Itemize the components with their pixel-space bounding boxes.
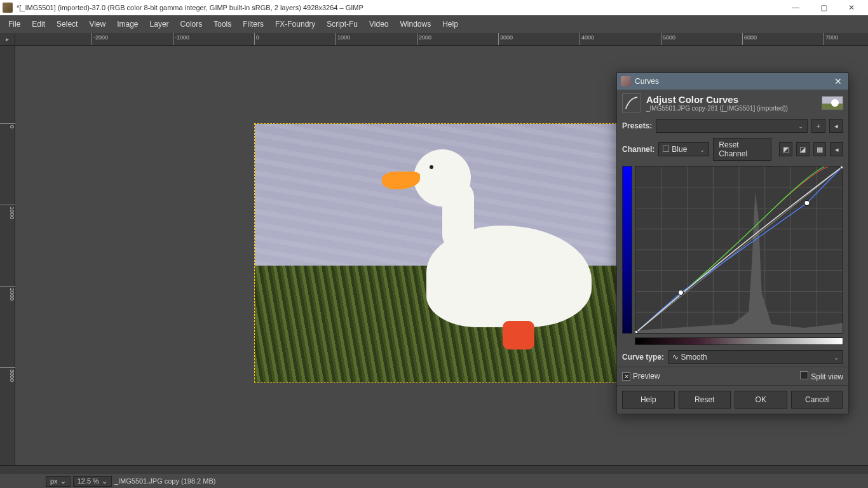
help-button[interactable]: Help	[622, 391, 675, 409]
menu-layer[interactable]: Layer	[144, 17, 175, 31]
menu-edit[interactable]: Edit	[26, 17, 51, 31]
dialog-heading: Adjust Color Curves	[646, 94, 817, 105]
ruler-h-tick: 6000	[742, 33, 757, 46]
menu-filters[interactable]: Filters	[237, 17, 269, 31]
preset-menu-button[interactable]: ◂	[829, 119, 843, 133]
dialog-title: Curves	[635, 77, 832, 86]
curve-type-row: Curve type: ∿ Smooth⌄	[617, 348, 848, 367]
menu-help[interactable]: Help	[437, 17, 464, 31]
curve-graph[interactable]	[635, 166, 843, 334]
ruler-h-tick: 7000	[824, 33, 838, 46]
ruler-v-tick: 0	[0, 123, 15, 128]
menu-select[interactable]: Select	[51, 17, 83, 31]
dialog-icon	[621, 76, 631, 86]
curve-graph-wrap	[617, 163, 848, 336]
unit-dropdown[interactable]: px⌄	[46, 476, 71, 487]
minimize-button[interactable]: —	[782, 0, 810, 15]
ruler-origin-button[interactable]: ▸	[0, 33, 15, 46]
dialog-close-button[interactable]: ✕	[832, 76, 844, 86]
zoom-value: 12.5 %	[78, 477, 99, 485]
preset-add-button[interactable]: +	[811, 119, 825, 133]
preview-label: Preview	[633, 372, 660, 381]
splitview-label: Split view	[811, 372, 843, 381]
presets-row: Presets: ⌄ + ◂	[617, 116, 848, 135]
ruler-h-tick: 1000	[336, 33, 350, 46]
ruler-h-tick: 4000	[580, 33, 594, 46]
curve-type-value: Smooth	[681, 353, 707, 362]
menu-fxfoundry[interactable]: FX-Foundry	[269, 17, 321, 31]
menu-image[interactable]: Image	[111, 17, 144, 31]
channel-row: Channel: Blue⌄ Reset Channel ◩ ◪ ▦ ◂	[617, 135, 848, 163]
dialog-button-row: Help Reset OK Cancel	[617, 385, 848, 414]
menu-video[interactable]: Video	[363, 17, 394, 31]
menu-tools[interactable]: Tools	[208, 17, 237, 31]
ruler-h-tick: -1000	[173, 33, 189, 46]
output-sample-button[interactable]: ◂	[830, 142, 843, 156]
curves-dialog: Curves ✕ Adjust Color Curves _IMG5501.JP…	[616, 72, 849, 414]
image-boundary	[254, 123, 646, 383]
ruler-h-tick: 2000	[417, 33, 431, 46]
curve-type-label: Curve type:	[622, 353, 664, 362]
ruler-h-tick: 3000	[498, 33, 513, 46]
dialog-titlebar[interactable]: Curves ✕	[617, 73, 848, 90]
dialog-header: Adjust Color Curves _IMG5501.JPG copy-28…	[617, 90, 848, 116]
input-gradient	[635, 337, 843, 345]
menu-scriptfu[interactable]: Script-Fu	[321, 17, 363, 31]
ruler-h-tick: -2000	[92, 33, 108, 46]
output-gradient	[622, 166, 632, 334]
chevron-down-icon: ⌄	[700, 146, 705, 153]
window-title: *[_IMG5501] (imported)-37.0 (RGB color 8…	[17, 4, 782, 11]
menu-view[interactable]: View	[83, 17, 111, 31]
menu-file[interactable]: File	[3, 17, 26, 31]
close-button[interactable]: ✕	[837, 0, 865, 15]
presets-label: Presets:	[622, 121, 652, 130]
ruler-row: ▸ -2000 -1000 0 1000 2000 3000 4000 5000…	[0, 33, 868, 46]
menu-windows[interactable]: Windows	[394, 17, 437, 31]
chevron-down-icon: ⌄	[102, 477, 107, 485]
input-sample-button[interactable]: ▦	[813, 142, 827, 156]
app-icon	[3, 3, 13, 13]
ruler-vertical[interactable]: 0 1000 2000 3000	[0, 46, 15, 465]
chevron-down-icon: ⌄	[798, 123, 803, 130]
dialog-thumbnail	[822, 96, 843, 110]
dialog-subheading: _IMG5501.JPG copy-281 ([_IMG5501] (impor…	[646, 105, 817, 112]
zoom-dropdown[interactable]: 12.5 %⌄	[73, 476, 112, 487]
horizontal-scrollbar[interactable]	[0, 465, 868, 474]
cancel-button[interactable]: Cancel	[791, 391, 844, 409]
menu-bar: File Edit Select View Image Layer Colors…	[0, 15, 868, 33]
chevron-down-icon: ⌄	[60, 477, 66, 485]
svg-point-16	[678, 290, 683, 295]
unit-value: px	[50, 477, 58, 485]
svg-point-17	[804, 201, 810, 206]
splitview-checkbox[interactable]	[800, 371, 808, 379]
ruler-horizontal[interactable]: -2000 -1000 0 1000 2000 3000 4000 5000 6…	[15, 33, 868, 46]
presets-dropdown[interactable]: ⌄	[656, 119, 808, 133]
menu-colors[interactable]: Colors	[175, 17, 208, 31]
reset-channel-button[interactable]: Reset Channel	[713, 138, 771, 161]
image-subject-duck	[382, 149, 560, 327]
channel-dropdown[interactable]: Blue⌄	[658, 142, 709, 156]
maximize-button[interactable]: ▢	[810, 0, 837, 15]
curves-icon	[622, 93, 641, 112]
ruler-v-tick: 2000	[0, 286, 15, 301]
ruler-h-tick: 0	[254, 33, 259, 46]
status-bar: px⌄ 12.5 %⌄ _IMG5501.JPG copy (198.2 MB)	[0, 474, 868, 488]
histogram-linear-button[interactable]: ◩	[779, 142, 792, 156]
ruler-v-tick: 3000	[0, 367, 15, 382]
channel-label: Channel:	[622, 145, 654, 154]
ruler-h-tick: 5000	[661, 33, 675, 46]
histogram-log-button[interactable]: ◪	[796, 142, 810, 156]
status-message: _IMG5501.JPG copy (198.2 MB)	[114, 477, 216, 485]
ruler-v-tick: 1000	[0, 205, 15, 219]
window-titlebar: *[_IMG5501] (imported)-37.0 (RGB color 8…	[0, 0, 868, 15]
chevron-down-icon: ⌄	[834, 354, 839, 361]
preview-row: ✕Preview Split view	[617, 367, 848, 385]
preview-checkbox[interactable]: ✕	[622, 372, 630, 381]
curve-type-dropdown[interactable]: ∿ Smooth⌄	[668, 350, 843, 364]
image-content	[255, 124, 645, 382]
channel-value: Blue	[672, 145, 687, 154]
reset-button[interactable]: Reset	[679, 391, 731, 409]
ok-button[interactable]: OK	[735, 391, 787, 409]
